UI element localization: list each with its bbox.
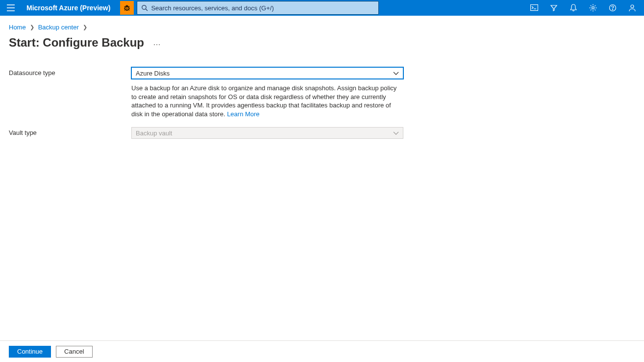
svg-point-27: [631, 5, 634, 8]
svg-marker-15: [551, 5, 557, 11]
vault-value: Backup vault: [136, 129, 172, 137]
header-actions: [524, 0, 644, 16]
datasource-select[interactable]: Azure Disks: [131, 67, 403, 79]
breadcrumb-home[interactable]: Home: [9, 24, 26, 31]
top-header: Microsoft Azure (Preview): [0, 0, 644, 16]
svg-line-10: [128, 9, 129, 10]
bell-icon: [570, 4, 577, 12]
page-title: Start: Configure Backup: [9, 36, 144, 50]
global-search[interactable]: [137, 1, 378, 15]
settings-button[interactable]: [583, 0, 603, 16]
chevron-down-icon: [393, 129, 399, 137]
report-bug-button[interactable]: [120, 1, 134, 15]
cloud-shell-button[interactable]: [524, 0, 544, 16]
filter-icon: [550, 4, 558, 12]
datasource-value: Azure Disks: [136, 70, 170, 77]
datasource-help: Use a backup for an Azure disk to organi…: [131, 84, 403, 118]
datasource-label: Datasource type: [9, 67, 131, 77]
cloud-shell-icon: [530, 4, 538, 11]
search-icon: [141, 4, 148, 11]
chevron-right-icon: ❯: [30, 24, 34, 30]
datasource-row: Datasource type Azure Disks Use a backup…: [9, 67, 635, 118]
chevron-right-icon: ❯: [83, 24, 87, 30]
search-input[interactable]: [151, 4, 374, 12]
svg-line-9: [124, 9, 125, 10]
page-header: Start: Configure Backup …: [9, 36, 635, 50]
account-icon: [628, 4, 636, 12]
brand-label[interactable]: Microsoft Azure (Preview): [22, 4, 120, 12]
svg-point-11: [142, 5, 146, 9]
svg-point-26: [612, 9, 613, 10]
breadcrumb: Home ❯ Backup center ❯: [9, 24, 635, 31]
vault-row: Vault type Backup vault: [9, 127, 635, 139]
menu-toggle[interactable]: [0, 0, 22, 16]
notifications-button[interactable]: [564, 0, 583, 16]
more-actions-button[interactable]: …: [153, 38, 161, 47]
svg-line-8: [128, 6, 129, 7]
svg-line-21: [591, 5, 592, 6]
svg-line-22: [594, 9, 595, 10]
svg-line-24: [591, 9, 592, 10]
svg-point-16: [592, 7, 594, 9]
help-button[interactable]: [603, 0, 622, 16]
directory-filter-button[interactable]: [544, 0, 564, 16]
gear-icon: [589, 4, 597, 12]
chevron-down-icon: [393, 70, 399, 77]
svg-line-12: [146, 9, 148, 11]
vault-select: Backup vault: [131, 127, 403, 139]
svg-line-7: [124, 6, 125, 7]
svg-line-23: [594, 5, 595, 6]
help-icon: [609, 4, 617, 12]
svg-rect-13: [531, 5, 538, 11]
bug-icon: [123, 4, 131, 12]
continue-button[interactable]: Continue: [9, 346, 51, 358]
page-content: Home ❯ Backup center ❯ Start: Configure …: [0, 16, 644, 342]
learn-more-link[interactable]: Learn More: [227, 110, 259, 118]
page-footer: Continue Cancel: [0, 340, 644, 362]
hamburger-icon: [7, 4, 15, 11]
breadcrumb-backup-center[interactable]: Backup center: [38, 24, 79, 31]
cancel-button[interactable]: Cancel: [56, 346, 92, 358]
account-button[interactable]: [622, 0, 642, 16]
vault-label: Vault type: [9, 127, 131, 136]
